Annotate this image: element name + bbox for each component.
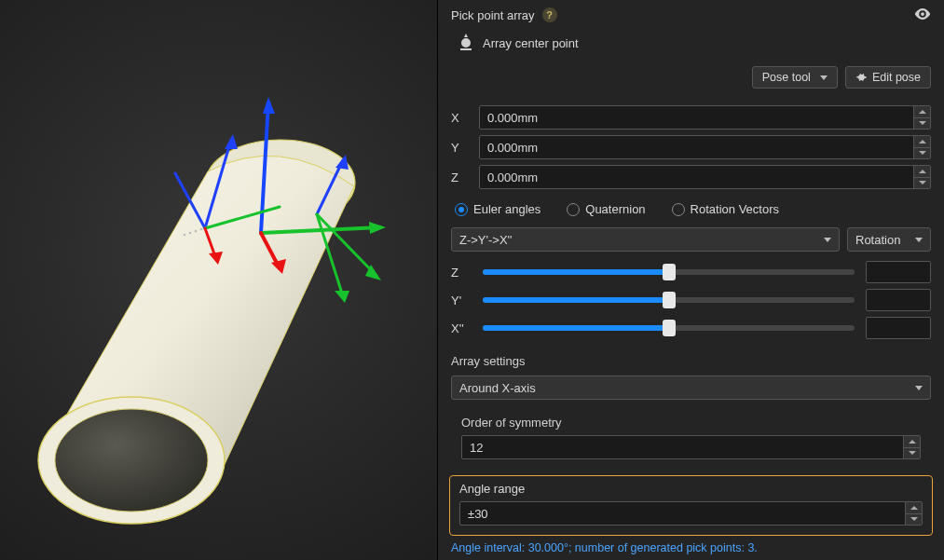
angle-range-label: Angle range xyxy=(459,482,923,496)
svg-point-22 xyxy=(189,232,192,235)
svg-point-25 xyxy=(921,12,924,16)
edit-pose-button[interactable]: Edit pose xyxy=(845,66,931,89)
help-icon[interactable]: ? xyxy=(542,7,557,22)
slider-yp[interactable] xyxy=(483,292,855,308)
coord-z-input[interactable] xyxy=(479,165,931,189)
slider-xpp[interactable] xyxy=(483,320,855,336)
coord-y-spinner[interactable] xyxy=(913,136,930,158)
radio-rotation-vectors[interactable]: Rotation Vectors xyxy=(672,202,779,216)
array-center-icon xyxy=(458,34,473,53)
coord-x-input[interactable] xyxy=(479,105,931,130)
radio-euler[interactable]: Euler angles xyxy=(455,202,540,216)
slider-z[interactable] xyxy=(483,264,855,280)
svg-point-21 xyxy=(184,234,186,237)
viewport-3d[interactable] xyxy=(0,0,437,560)
slider-z-label: Z xyxy=(451,266,472,280)
array-settings-label: Array settings xyxy=(438,347,944,374)
svg-point-23 xyxy=(195,230,198,233)
panel-title: Pick point array xyxy=(451,8,535,22)
svg-marker-10 xyxy=(225,134,238,149)
order-symmetry-input[interactable] xyxy=(461,435,921,459)
svg-point-2 xyxy=(55,409,208,512)
visibility-icon[interactable] xyxy=(914,8,931,22)
gear-icon xyxy=(855,72,867,83)
coord-x-label: X xyxy=(451,111,470,125)
slider-z-value[interactable] xyxy=(866,261,931,283)
coord-x-spinner[interactable] xyxy=(913,106,930,129)
slider-yp-value[interactable] xyxy=(866,289,931,311)
order-symmetry-label: Order of symmetry xyxy=(461,416,921,430)
euler-order-select[interactable]: Z->Y'->X'' xyxy=(451,227,840,252)
coord-z-label: Z xyxy=(451,171,470,184)
coord-y-input[interactable] xyxy=(479,135,931,159)
svg-rect-26 xyxy=(460,48,472,50)
array-info-text: Angle interval: 30.000°; number of gener… xyxy=(438,538,944,560)
slider-xpp-value[interactable] xyxy=(866,317,931,339)
angle-range-input[interactable] xyxy=(459,501,923,526)
slider-yp-label: Y' xyxy=(451,294,472,307)
coord-y-label: Y xyxy=(451,141,470,155)
pose-tool-button[interactable]: Pose tool xyxy=(752,66,838,89)
slider-xpp-label: X'' xyxy=(451,321,472,335)
svg-point-24 xyxy=(200,228,203,231)
array-center-label: Array center point xyxy=(483,36,579,50)
angle-range-block: Angle range xyxy=(449,475,933,536)
coord-z-spinner[interactable] xyxy=(913,166,930,188)
properties-panel: Pick point array ? Array center point Po… xyxy=(437,0,944,560)
svg-marker-20 xyxy=(335,291,349,303)
svg-marker-6 xyxy=(369,222,386,234)
array-axis-select[interactable]: Around X-axis xyxy=(451,376,931,400)
rotation-type-select[interactable]: Rotation xyxy=(847,227,931,252)
svg-marker-4 xyxy=(263,97,275,114)
radio-quaternion[interactable]: Quaternion xyxy=(567,202,645,216)
